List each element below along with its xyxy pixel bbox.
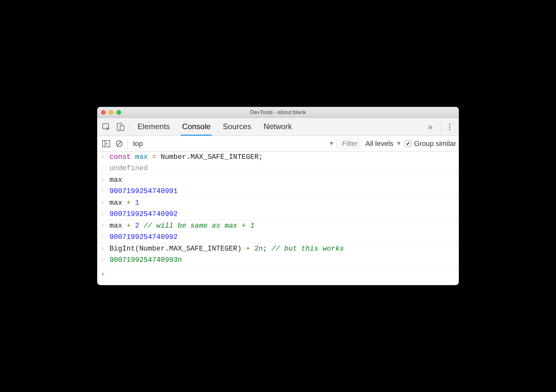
console-input-row: ›const max = Number.MAX_SAFE_INTEGER; (97, 151, 459, 163)
console-toolbar: top ▼ Filter All levels ▼ ✔ Group simila… (97, 136, 459, 151)
code-line[interactable]: BigInt(Number.MAX_SAFE_INTEGER) + 2n; //… (109, 245, 344, 253)
code-line[interactable]: max (109, 176, 122, 184)
console-output-row: ‹·undefined (97, 163, 459, 174)
console-output-row: ‹·9007199254740992 (97, 209, 459, 220)
chevron-down-icon: ▼ (396, 140, 402, 147)
separator (128, 139, 128, 149)
more-tabs-icon[interactable]: » (422, 122, 438, 132)
separator (440, 122, 441, 132)
code-line[interactable]: 9007199254740991 (109, 187, 178, 195)
tab-network[interactable]: Network (262, 118, 293, 136)
tab-elements[interactable]: Elements (136, 118, 171, 136)
input-arrow-icon: › (102, 153, 109, 161)
tabsbar: Elements Console Sources Network » (97, 118, 459, 136)
panel-tabs: Elements Console Sources Network (136, 118, 293, 136)
console-input-row: ›BigInt(Number.MAX_SAFE_INTEGER) + 2n; /… (97, 243, 459, 254)
execution-context-selector[interactable]: top ▼ (130, 139, 335, 148)
settings-menu-icon[interactable] (443, 124, 457, 130)
output-arrow-icon: ‹· (102, 164, 109, 172)
input-arrow-icon: › (102, 199, 109, 207)
input-arrow-icon: › (102, 176, 109, 184)
log-levels-selector[interactable]: All levels ▼ (366, 139, 402, 148)
code-line[interactable]: 9007199254740993n (109, 256, 182, 264)
window-title: DevTools - about:blank (97, 109, 459, 116)
devtools-window: DevTools - about:blank Elements Console … (97, 107, 459, 285)
levels-label: All levels (366, 139, 394, 148)
svg-line-6 (117, 142, 121, 146)
code-line[interactable]: max + 1 (109, 199, 139, 207)
console-output: ›const max = Number.MAX_SAFE_INTEGER;‹·u… (97, 151, 459, 266)
inspect-element-icon[interactable] (99, 118, 113, 136)
code-line[interactable]: undefined (109, 164, 148, 172)
output-arrow-icon: ‹· (102, 210, 109, 218)
chevron-down-icon: ▼ (329, 140, 335, 147)
console-input-row: ›max + 1 (97, 197, 459, 209)
titlebar: DevTools - about:blank (97, 107, 459, 118)
separator (336, 139, 337, 149)
clear-console-icon[interactable] (113, 136, 126, 151)
filter-input[interactable]: Filter (339, 138, 362, 149)
console-output-row: ‹·9007199254740993n (97, 254, 459, 266)
svg-rect-2 (120, 126, 124, 130)
toggle-sidebar-icon[interactable] (100, 136, 113, 151)
prompt-chevron-icon: › (102, 270, 109, 277)
console-output-row: ‹·9007199254740992 (97, 232, 459, 243)
console-prompt-row: › (97, 266, 459, 285)
group-similar-label: Group similar (414, 139, 456, 148)
console-input-row: ›max + 2 // will be same as max + 1 (97, 220, 459, 232)
code-line[interactable]: 9007199254740992 (109, 233, 178, 241)
input-arrow-icon: › (102, 245, 109, 253)
output-arrow-icon: ‹· (102, 256, 109, 264)
group-similar-checkbox[interactable]: ✔ (405, 140, 411, 147)
tab-console[interactable]: Console (181, 118, 212, 136)
console-input-row: ›max (97, 174, 459, 186)
device-toolbar-icon[interactable] (113, 118, 128, 136)
context-label: top (133, 139, 143, 148)
output-arrow-icon: ‹· (102, 233, 109, 241)
code-line[interactable]: max + 2 // will be same as max + 1 (109, 222, 254, 230)
console-output-row: ‹·9007199254740991 (97, 186, 459, 197)
input-arrow-icon: › (102, 222, 109, 230)
separator (129, 122, 130, 132)
code-line[interactable]: const max = Number.MAX_SAFE_INTEGER; (109, 153, 263, 161)
code-line[interactable]: 9007199254740992 (109, 210, 178, 218)
output-arrow-icon: ‹· (102, 187, 109, 195)
tab-sources[interactable]: Sources (221, 118, 252, 136)
